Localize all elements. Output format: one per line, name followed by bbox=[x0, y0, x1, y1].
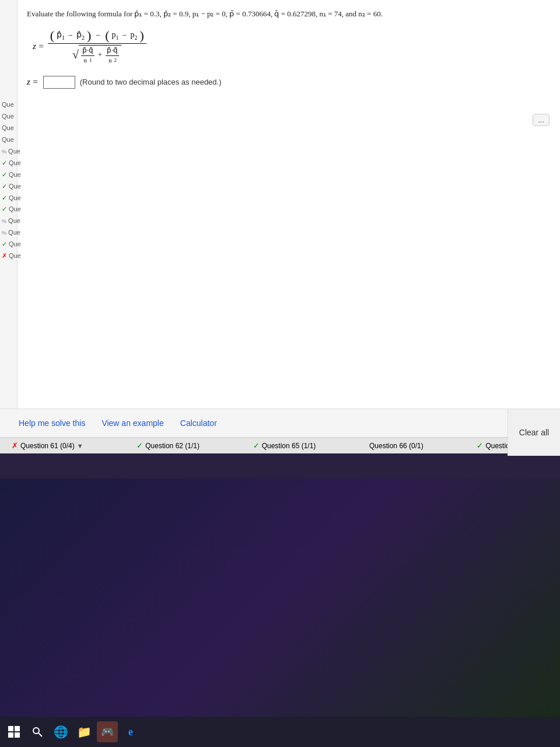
browser-window: Que Que Que Que % Que ✓ Que ✓ Que ✓ Que … bbox=[0, 0, 560, 453]
q-nav-item-65a[interactable]: ✓ Question 65 (1/1) bbox=[253, 441, 316, 450]
z-label: z = bbox=[33, 41, 44, 51]
game-icon[interactable]: 🎮 bbox=[97, 721, 118, 742]
minus-3: − bbox=[123, 31, 127, 40]
inner-fraction-1: p̄·q̄ n1 bbox=[81, 46, 94, 64]
sidebar-item[interactable]: Que bbox=[0, 99, 17, 111]
plus-sign: + bbox=[98, 50, 102, 60]
minus-1: − bbox=[68, 31, 73, 40]
view-example-button[interactable]: View an example bbox=[94, 415, 170, 431]
edge-browser-icon[interactable]: 🌐 bbox=[50, 721, 71, 742]
answer-area: z = (Round to two decimal places as need… bbox=[27, 76, 546, 89]
sidebar-item[interactable]: ✓ Que bbox=[0, 181, 17, 193]
right-paren-1: ) bbox=[87, 29, 91, 42]
svg-point-4 bbox=[33, 728, 39, 734]
left-paren-2: ( bbox=[105, 29, 109, 42]
more-options-button[interactable]: ... bbox=[533, 114, 550, 126]
app-panel: Que Que Que Que % Que ✓ Que ✓ Que ✓ Que … bbox=[0, 0, 560, 409]
question-navigation-bar: ✗ Question 61 (0/4) ▼ ✓ Question 62 (1/1… bbox=[0, 437, 560, 453]
problem-instruction: Evaluate the following formula for p̂₁ =… bbox=[27, 8, 546, 20]
denominator: √ p̄·q̄ n1 bbox=[70, 44, 124, 64]
sidebar-item[interactable]: ✓ Que bbox=[0, 193, 17, 204]
inner-denominator-2: n2 bbox=[107, 56, 118, 64]
p2: p2 bbox=[130, 30, 137, 41]
windows-taskbar: 🌐 📁 🎮 e bbox=[0, 717, 560, 747]
q-nav-check-icon-62: ✓ bbox=[136, 441, 143, 450]
sidebar-item[interactable]: Que bbox=[0, 123, 17, 134]
q-nav-item-61[interactable]: ✗ Question 61 (0/4) ▼ bbox=[12, 441, 83, 450]
sidebar-item[interactable]: Que bbox=[0, 111, 17, 123]
svg-line-5 bbox=[38, 733, 42, 736]
main-content-panel: Evaluate the following formula for p̂₁ =… bbox=[18, 0, 560, 409]
svg-rect-0 bbox=[8, 726, 13, 731]
minus-2: − bbox=[96, 31, 100, 40]
sqrt-symbol: √ bbox=[72, 48, 79, 60]
search-taskbar-icon[interactable] bbox=[27, 721, 48, 742]
start-button[interactable] bbox=[4, 721, 24, 742]
p-hat-2: p̂2 bbox=[76, 30, 85, 41]
sidebar-item[interactable]: % Que bbox=[0, 227, 17, 239]
answer-note: (Round to two decimal places as needed.) bbox=[80, 78, 222, 86]
formula-display: z = ( p̂1 − p̂2 bbox=[33, 29, 546, 64]
q-nav-label-66: Question 66 (0/1) bbox=[369, 442, 424, 450]
answer-input[interactable] bbox=[43, 76, 75, 89]
q-nav-cross-icon: ✗ bbox=[12, 441, 18, 450]
q-nav-arrow-61: ▼ bbox=[77, 442, 83, 449]
q-nav-label-62: Question 62 (1/1) bbox=[145, 442, 200, 450]
svg-rect-2 bbox=[8, 732, 13, 738]
q-nav-check-icon-65a: ✓ bbox=[253, 441, 260, 450]
p1: p1 bbox=[112, 30, 119, 41]
fraction: ( p̂1 − p̂2 ) − bbox=[48, 29, 146, 64]
sidebar-item[interactable]: % Que bbox=[0, 146, 17, 158]
sidebar-item[interactable]: Que bbox=[0, 134, 17, 146]
inner-numerator-2: p̄·q̄ bbox=[106, 46, 119, 56]
file-explorer-icon[interactable]: 📁 bbox=[74, 721, 94, 742]
inner-fraction-2: p̄·q̄ n2 bbox=[106, 46, 119, 64]
sidebar-item[interactable]: ✓ Que bbox=[0, 204, 17, 215]
clear-all-button[interactable]: Clear all bbox=[508, 409, 560, 456]
formula-row: z = ( p̂1 − p̂2 bbox=[33, 29, 546, 64]
help-solve-button[interactable]: Help me solve this bbox=[12, 415, 92, 431]
svg-rect-3 bbox=[15, 732, 20, 738]
sidebar-item[interactable]: % Que bbox=[0, 215, 17, 227]
q-nav-label-61: Question 61 (0/4) bbox=[20, 442, 75, 450]
window-content: Que Que Que Que % Que ✓ Que ✓ Que ✓ Que … bbox=[0, 0, 560, 453]
q-nav-label-65a: Question 65 (1/1) bbox=[262, 442, 316, 450]
q-nav-check-icon-65b: ✓ bbox=[477, 441, 483, 450]
right-paren-2: ) bbox=[139, 29, 144, 42]
sqrt-content: p̄·q̄ n1 + bbox=[79, 45, 121, 64]
action-toolbar: Help me solve this View an example Calcu… bbox=[0, 409, 560, 437]
svg-rect-1 bbox=[15, 726, 20, 731]
answer-z-label: z = bbox=[27, 77, 38, 87]
sidebar-item[interactable]: ✓ Que bbox=[0, 239, 17, 250]
inner-denominator-1: n1 bbox=[83, 56, 93, 64]
desktop-background bbox=[0, 479, 560, 717]
p-hat-1: p̂1 bbox=[57, 30, 65, 41]
q-nav-item-66[interactable]: Question 66 (0/1) bbox=[369, 442, 424, 450]
sqrt-container: √ p̄·q̄ n1 bbox=[72, 45, 121, 64]
calculator-button[interactable]: Calculator bbox=[173, 415, 224, 431]
sidebar: Que Que Que Que % Que ✓ Que ✓ Que ✓ Que … bbox=[0, 0, 18, 409]
q-nav-item-62[interactable]: ✓ Question 62 (1/1) bbox=[136, 441, 200, 450]
sidebar-item[interactable]: ✓ Que bbox=[0, 169, 17, 181]
sidebar-item[interactable]: ✓ Que bbox=[0, 158, 17, 169]
sidebar-item[interactable]: ✗ Que bbox=[0, 250, 17, 262]
ie-icon[interactable]: e bbox=[120, 721, 141, 742]
left-paren-1: ( bbox=[50, 29, 54, 42]
numerator: ( p̂1 − p̂2 ) − bbox=[48, 29, 146, 44]
inner-numerator-1: p̄·q̄ bbox=[81, 46, 94, 56]
